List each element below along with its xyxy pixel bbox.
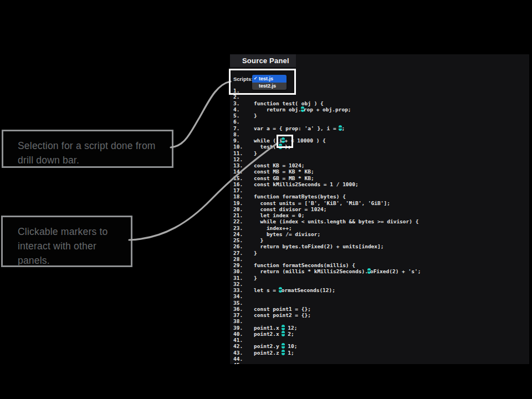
code-line: 7.var a = { prop: 'a' }, i = ; xyxy=(233,125,529,131)
code-text: function test( obj ) { xyxy=(254,100,324,106)
code-text: return obj.rop + obj.prop; xyxy=(254,106,351,112)
line-number: 25. xyxy=(233,237,254,243)
code-text: } xyxy=(254,250,257,256)
line-number: 31. xyxy=(233,275,254,281)
annotation-scripts-text: Selection for a script done from drill d… xyxy=(18,140,156,166)
code-text: bytes /= divisor; xyxy=(254,231,320,237)
code-line: 6. xyxy=(233,119,529,125)
line-number: 19. xyxy=(233,200,254,206)
code-text: point2.z 1; xyxy=(254,350,294,356)
canvas: Source Panel Scripts: ✓test.jstest2.js 1… xyxy=(0,0,532,399)
line-number: 44. xyxy=(233,356,254,362)
code-text: const KB = 1024; xyxy=(254,162,305,168)
code-line: 15.const GB = MB * KB; xyxy=(233,175,529,181)
code-line: 4. return obj.rop + obj.prop; xyxy=(233,106,529,112)
code-marker[interactable] xyxy=(282,343,285,349)
code-line: 25. } xyxy=(233,237,529,243)
code-line: 11.} xyxy=(233,150,529,156)
code-line: 26. return bytes.toFixed(2) + units[inde… xyxy=(233,243,529,249)
code-line: 21. let index = 0; xyxy=(233,212,529,218)
line-number: 18. xyxy=(233,193,254,200)
line-number: 33. xyxy=(233,287,254,293)
line-number: 10. xyxy=(233,144,254,150)
code-line: 30. return (millis * kMillis2Seconds).oF… xyxy=(233,268,529,274)
code-line: 22. while (index < units.length && bytes… xyxy=(233,218,529,224)
marker-highlight-box xyxy=(277,135,293,148)
code-marker[interactable] xyxy=(339,125,342,131)
code-text: const GB = MB * KB; xyxy=(254,175,314,181)
line-number: 28. xyxy=(233,256,254,262)
line-number: 16. xyxy=(233,181,254,187)
code-text: } xyxy=(254,150,257,156)
code-line: 3.function test( obj ) { xyxy=(233,100,529,106)
line-number: 29. xyxy=(233,262,254,268)
code-line: 18.function formatBytes(bytes) { xyxy=(233,193,529,200)
line-number: 22. xyxy=(233,218,254,224)
code-line: 27.} xyxy=(233,250,529,256)
annotation-markers-text: Clickable markers to interact with other… xyxy=(18,226,108,266)
code-marker[interactable] xyxy=(282,350,285,355)
code-line: 17. xyxy=(233,187,529,193)
code-line: 20. const divisor = 1024; xyxy=(233,206,529,212)
line-number: 30. xyxy=(233,268,254,274)
code-text: const point1 = {}; xyxy=(254,306,311,312)
line-number: 36. xyxy=(233,306,254,312)
code-text: point2.x 2; xyxy=(254,331,294,337)
code-line: 44. xyxy=(233,356,529,362)
code-text: return bytes.toFixed(2) + units[index]; xyxy=(254,243,384,249)
line-number: 42. xyxy=(233,343,254,349)
line-number: 35. xyxy=(233,300,254,306)
line-number: 40. xyxy=(233,331,254,337)
line-number: 27. xyxy=(233,250,254,256)
code-line: 5.} xyxy=(233,112,529,119)
line-number: 43. xyxy=(233,350,254,356)
line-number: 4. xyxy=(233,106,254,112)
line-number: 32. xyxy=(233,281,254,287)
code-marker[interactable] xyxy=(282,331,285,336)
code-line: 23. index++; xyxy=(233,225,529,231)
code-marker[interactable] xyxy=(279,287,282,293)
code-listing: 1.2.3.function test( obj ) {4. return ob… xyxy=(233,88,529,364)
code-text: } xyxy=(254,275,257,281)
code-line: 16.const kMillis2Seconds = 1 / 1000; xyxy=(233,181,529,187)
code-text: const kMillis2Seconds = 1 / 1000; xyxy=(254,181,359,187)
line-number: 45. xyxy=(233,362,254,364)
code-line: 24. bytes /= divisor; xyxy=(233,231,529,237)
code-line: 38. xyxy=(233,318,529,324)
code-text: point2.y 10; xyxy=(254,343,297,349)
code-line: 40.point2.x 2; xyxy=(233,331,529,337)
code-line: 14.const MB = KB * KB; xyxy=(233,168,529,175)
code-text: const point2 = {}; xyxy=(254,312,311,318)
code-text: var a = { prop: 'a' }, i = ; xyxy=(254,125,345,131)
code-marker[interactable] xyxy=(282,325,285,330)
line-number: 3. xyxy=(233,100,254,106)
code-line: 39.point1.x 12; xyxy=(233,325,529,331)
line-number: 11. xyxy=(233,150,254,156)
line-number: 24. xyxy=(233,231,254,237)
code-text: let s = ormatSeconds(12); xyxy=(254,287,335,293)
code-line: 19. const units = ['B', 'KiB', 'MiB', 'G… xyxy=(233,200,529,206)
line-number: 21. xyxy=(233,212,254,218)
code-text: } xyxy=(254,112,257,119)
annotation-scripts: Selection for a script done from drill d… xyxy=(2,130,173,168)
line-number: 14. xyxy=(233,168,254,175)
code-line: 31.} xyxy=(233,275,529,281)
code-line: 45. xyxy=(233,362,529,364)
line-number: 38. xyxy=(233,318,254,324)
code-text: function formatSeconds(millis) { xyxy=(254,262,355,268)
panel-title: Source Panel xyxy=(230,54,296,67)
line-number: 8. xyxy=(233,131,254,137)
code-marker[interactable] xyxy=(367,268,371,274)
code-line: 33.let s = ormatSeconds(12); xyxy=(233,287,529,293)
code-text: const MB = KB * KB; xyxy=(254,168,314,175)
code-line: 29.function formatSeconds(millis) { xyxy=(233,262,529,268)
code-text: const divisor = 1024; xyxy=(254,206,327,212)
annotation-markers: Clickable markers to interact with other… xyxy=(1,216,132,267)
line-number: 34. xyxy=(233,293,254,299)
code-marker[interactable] xyxy=(301,106,304,112)
code-text: return (millis * kMillis2Seconds).oFixed… xyxy=(254,268,421,274)
line-number: 20. xyxy=(233,206,254,212)
line-number: 15. xyxy=(233,175,254,181)
code-line: 32. xyxy=(233,281,529,287)
line-number: 13. xyxy=(233,162,254,168)
